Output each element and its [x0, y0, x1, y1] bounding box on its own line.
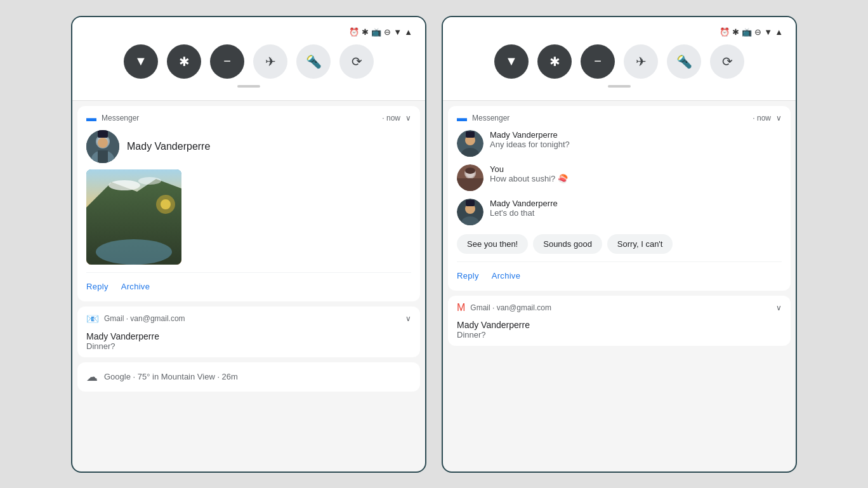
gmail-notif-left: 📧 Gmail · van@gmail.com ∨ Mady Vanderper…: [77, 307, 420, 357]
archive-button-right[interactable]: Archive: [492, 268, 520, 283]
airplane-toggle[interactable]: ✈: [253, 44, 287, 79]
smart-reply-3[interactable]: Sorry, I can't: [607, 234, 673, 254]
messenger-app-name-right: Messenger: [472, 114, 747, 122]
notif-actions-left: Reply Archive: [86, 272, 411, 295]
reply-button-left[interactable]: Reply: [86, 279, 109, 294]
svg-point-10: [109, 180, 140, 190]
svg-point-14: [96, 239, 172, 265]
gmail-body-right: Mady Vanderperre Dinner?: [448, 317, 791, 346]
notif-actions-right: Reply Archive: [457, 261, 782, 284]
reply-button-right[interactable]: Reply: [457, 268, 479, 283]
svg-point-4: [98, 138, 108, 148]
chevron-down-icon-gmail-right[interactable]: ∨: [776, 303, 782, 312]
gmail-app-icon: 📧: [86, 313, 99, 325]
chat-msg-3: Let's do that: [490, 208, 558, 218]
right-phone-panel: ⏰ ✱ 📺 ⊖ ▼ ▲ ▼ ✱ − ✈ 🔦 ⟳: [442, 16, 797, 473]
rotate-toggle-r[interactable]: ⟳: [710, 44, 744, 79]
gmail-preview-right: Dinner?: [457, 330, 782, 340]
chat-msg-1: Any ideas for tonight?: [490, 140, 570, 149]
gmail-header-left: 📧 Gmail · van@gmail.com ∨: [77, 307, 420, 329]
mady-portrait-svg: [86, 130, 119, 163]
chat-row-1: Mady Vanderperre Any ideas for tonight?: [457, 130, 782, 157]
dnd-status-icon: ⊖: [384, 27, 391, 37]
bluetooth-icon: ✱: [179, 54, 190, 69]
dnd-icon: −: [223, 54, 231, 69]
chevron-down-icon-right[interactable]: ∨: [776, 114, 782, 122]
flashlight-toggle[interactable]: 🔦: [296, 44, 331, 79]
chat-msg-2: How about sushi? 🍣: [490, 174, 568, 183]
dnd-status-icon-r: ⊖: [754, 27, 761, 37]
airplane-toggle-r[interactable]: ✈: [624, 44, 658, 79]
chat-sender-3: Mady Vanderperre: [490, 199, 558, 208]
dnd-toggle[interactable]: −: [210, 44, 244, 79]
flashlight-icon-r: 🔦: [676, 54, 692, 69]
notifications-left: ▬ Messenger · now ∨: [72, 101, 425, 472]
rotate-icon: ⟳: [352, 54, 362, 69]
drag-handle-right: [608, 85, 631, 88]
alarm-icon-r: ⏰: [720, 27, 730, 37]
notif-time-right: · now: [753, 114, 771, 122]
wifi-toggle-r[interactable]: ▼: [494, 44, 529, 79]
wifi-status-icon: ▼: [393, 27, 402, 37]
bluetooth-toggle-r[interactable]: ✱: [537, 44, 572, 79]
messenger-app-name-left: Messenger: [102, 114, 377, 122]
google-notif-left: ☁ Google · 75° in Mountain View · 26m: [77, 362, 420, 392]
chat-sender-1: Mady Vanderperre: [490, 130, 570, 140]
chevron-down-icon-left[interactable]: ∨: [405, 114, 411, 122]
wifi-toggle[interactable]: ▼: [124, 44, 158, 79]
rotate-icon-r: ⟳: [722, 54, 733, 69]
left-phone-panel: ⏰ ✱ 📺 ⊖ ▼ ▲ ▼ ✱ − ✈ 🔦 ⟳: [71, 16, 426, 473]
gmail-app-name-left: Gmail · van@gmail.com: [104, 314, 400, 323]
notif-time-left: · now: [382, 114, 400, 122]
status-bar-left: ⏰ ✱ 📺 ⊖ ▼ ▲: [85, 27, 412, 37]
bluetooth-status-icon-r: ✱: [732, 27, 739, 37]
landscape-image-svg: [86, 169, 181, 265]
svg-rect-6: [98, 150, 108, 163]
messenger-app-icon-r: ▬: [457, 112, 467, 124]
cast-icon: 📺: [371, 27, 381, 37]
contact-row-left: Mady Vanderperre: [86, 130, 411, 163]
notifications-right: ▬ Messenger · now ∨: [443, 101, 796, 472]
messenger-app-icon: ▬: [86, 112, 96, 124]
messenger-body-right: Mady Vanderperre Any ideas for tonight?: [448, 128, 791, 291]
dnd-icon-r: −: [594, 54, 602, 69]
signal-icon: ▲: [404, 27, 412, 37]
chat-messages: Mady Vanderperre Any ideas for tonight?: [457, 130, 782, 225]
smart-replies: See you then! Sounds good Sorry, I can't: [457, 234, 782, 254]
gmail-sender-left: Mady Vanderperre: [86, 331, 411, 341]
svg-rect-26: [466, 200, 475, 206]
svg-rect-5: [98, 130, 108, 138]
notification-image-left: [86, 169, 181, 265]
chat-info-3: Mady Vanderperre Let's do that: [490, 199, 558, 218]
gmail-header-right: M Gmail · van@gmail.com ∨: [448, 296, 791, 317]
quick-toggles-left: ▼ ✱ − ✈ 🔦 ⟳: [85, 44, 412, 79]
google-notif-text-left: Google · 75° in Mountain View · 26m: [104, 372, 238, 381]
svg-point-11: [138, 177, 161, 185]
quick-toggles-right: ▼ ✱ − ✈ 🔦 ⟳: [456, 44, 783, 79]
smart-reply-2[interactable]: Sounds good: [533, 234, 602, 254]
dnd-toggle-r[interactable]: −: [581, 44, 615, 79]
quick-settings-right: ⏰ ✱ 📺 ⊖ ▼ ▲ ▼ ✱ − ✈ 🔦 ⟳: [443, 17, 796, 101]
gmail-notif-right: M Gmail · van@gmail.com ∨ Mady Vanderper…: [448, 296, 791, 346]
rotate-toggle[interactable]: ⟳: [339, 44, 374, 79]
avatar-mady-left: [86, 130, 119, 163]
flashlight-toggle-r[interactable]: 🔦: [667, 44, 701, 79]
archive-button-left[interactable]: Archive: [121, 279, 150, 294]
bluetooth-status-icon: ✱: [362, 27, 369, 37]
airplane-icon-r: ✈: [636, 54, 647, 69]
svg-point-13: [161, 199, 171, 209]
avatar-you: [457, 164, 483, 191]
airplane-icon: ✈: [265, 54, 276, 69]
chevron-down-icon-gmail-left[interactable]: ∨: [405, 314, 411, 323]
messenger-notif-right: ▬ Messenger · now ∨: [448, 106, 791, 291]
gmail-app-icon-r: M: [457, 302, 465, 313]
bluetooth-toggle[interactable]: ✱: [167, 44, 201, 79]
flashlight-icon: 🔦: [306, 54, 322, 69]
svg-rect-21: [457, 178, 483, 191]
chat-row-3: Mady Vanderperre Let's do that: [457, 199, 782, 225]
svg-rect-17: [466, 131, 475, 138]
chat-sender-2: You: [490, 164, 568, 174]
smart-reply-1[interactable]: See you then!: [457, 234, 528, 254]
chat-info-2: You How about sushi? 🍣: [490, 164, 568, 183]
avatar-mady-r1: [457, 130, 483, 157]
